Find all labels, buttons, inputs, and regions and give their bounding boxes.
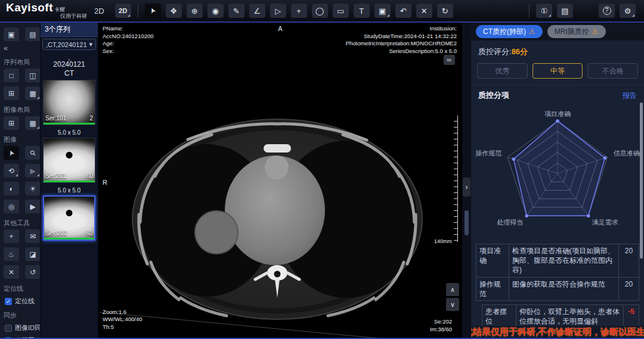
radar-chart-container: 项目准确信息准确满足需求处理得当操作规范 bbox=[471, 102, 644, 241]
qc-item-label: 项目准确 bbox=[476, 244, 509, 277]
pan-button[interactable]: ✥ bbox=[166, 4, 182, 18]
ellipse-roi-button[interactable]: ◯ bbox=[312, 4, 328, 18]
series-position-line: Se:202 bbox=[430, 318, 452, 326]
series-select[interactable]: ,CT,20240121 ▾ bbox=[42, 39, 96, 50]
text-annotation-button[interactable]: T bbox=[354, 4, 370, 18]
flip-rotate-icon: ⟲ bbox=[8, 167, 14, 175]
panel-scrollbar-thumb[interactable] bbox=[640, 102, 643, 259]
eraser-button[interactable]: ◪ bbox=[25, 247, 41, 261]
study-info-line: StudyDateTime:2024-01-21 14:32:22 bbox=[346, 33, 457, 41]
rect-roi-icon: ▭ bbox=[337, 7, 344, 15]
mri-brain-qc-tab[interactable]: MRI脑质控⚠ bbox=[547, 25, 606, 38]
comment-button[interactable]: ✉ bbox=[25, 229, 41, 243]
save-button[interactable]: ▤ bbox=[557, 4, 573, 18]
top-toolbar: Kayisoft 卡耀 仅用于科研 2D 2D➤✥⊕◉✎∠▷+◯▭T▣↶✕↻ ①… bbox=[0, 0, 644, 23]
qc-main-table: 项目准确检查项目是否准确(项目如脑部、胸部、腹部是否在标准的范围内容)20操作规… bbox=[476, 244, 639, 301]
layout-3x3-button[interactable]: ▦ bbox=[25, 86, 41, 100]
layout-1x1-button[interactable]: □ bbox=[4, 69, 19, 82]
scroll-down-button[interactable]: ∨ bbox=[446, 298, 459, 311]
link-button[interactable]: ∞ bbox=[444, 55, 455, 65]
collapse-control[interactable]: « bbox=[4, 43, 40, 52]
logo-text: Kayisoft bbox=[6, 1, 53, 14]
angle-button[interactable]: ∠ bbox=[249, 4, 265, 18]
thumbnail-list: Ser:10125.0 x 5.0Ser:201605.0 x 5.0Ser:2… bbox=[41, 80, 98, 241]
flip-rotate-button[interactable]: ⟲ bbox=[4, 164, 19, 178]
tool-grid: +✉♨◪✕↺ bbox=[4, 229, 40, 279]
undo-button[interactable]: ↶ bbox=[395, 4, 411, 18]
report-link[interactable]: 报告 bbox=[623, 91, 637, 101]
window-level-button[interactable]: ◉ bbox=[208, 4, 224, 18]
panel-report-toggle-button[interactable]: ▤ bbox=[25, 27, 41, 41]
rect-roi-button[interactable]: ▭ bbox=[333, 4, 349, 18]
img-layout-3x3-icon: ▦ bbox=[29, 119, 36, 127]
ct-image[interactable] bbox=[98, 23, 462, 338]
toolbar-separator bbox=[138, 4, 138, 17]
study-caption: , 20240121 CT bbox=[41, 56, 98, 78]
window-level-icon: ◉ bbox=[212, 7, 218, 15]
scale-ruler bbox=[454, 116, 458, 242]
cine-flag-button[interactable]: ▶ bbox=[25, 164, 41, 178]
locator-line-row[interactable]: ✓定位线 bbox=[5, 297, 40, 306]
viewport-scrollbar-thumb[interactable] bbox=[465, 210, 469, 235]
close-button[interactable]: ✕ bbox=[4, 265, 19, 279]
zoom-in-icon: ⊕ bbox=[191, 7, 198, 15]
reset-tool-button[interactable]: ↺ bbox=[25, 265, 41, 279]
series-position-line: Im:38/60 bbox=[430, 326, 452, 334]
spiral-button[interactable]: ◎ bbox=[4, 200, 19, 213]
delete-button[interactable]: ✕ bbox=[416, 4, 432, 18]
qc-item-desc: 检查项目是否准确(项目如脑部、胸部、腹部是否在标准的范围内容) bbox=[509, 244, 618, 277]
image-overlay-button[interactable]: ▣ bbox=[374, 4, 391, 18]
image-id-sync-row[interactable]: 图像ID同步 bbox=[5, 324, 40, 332]
reset-button[interactable]: ↻ bbox=[437, 4, 453, 18]
layout-1x1-icon: □ bbox=[9, 71, 13, 80]
pan-icon: ✥ bbox=[171, 7, 177, 15]
play-button[interactable]: ▶ bbox=[25, 200, 41, 213]
ct-lung-qc-tab[interactable]: CT质控(肺部)⚠ bbox=[476, 25, 543, 38]
reset-tool-icon: ↺ bbox=[30, 268, 36, 276]
delete-icon: ✕ bbox=[421, 7, 428, 15]
main-viewport[interactable]: PName:AccNO:2401210200Age:Sex: Institusi… bbox=[98, 23, 462, 338]
thumbnail-label: Ser:20260 bbox=[46, 230, 92, 237]
series-select-value: ,CT,20240121 bbox=[46, 41, 87, 48]
magnify-button[interactable]: ⚲ bbox=[25, 146, 41, 160]
cursor-button[interactable]: ➤ bbox=[4, 146, 19, 160]
add-button[interactable]: + bbox=[4, 229, 19, 243]
brightness-button[interactable]: ☀ bbox=[25, 182, 41, 195]
stamp-icon: ♨ bbox=[8, 250, 15, 259]
crosshair-button[interactable]: + bbox=[291, 4, 307, 18]
info-button[interactable]: ① bbox=[536, 4, 552, 18]
qc-item-desc: 仰卧位，双臂上举抱头，患者体位摆放合适，无明显偏斜 bbox=[516, 305, 623, 328]
img-layout-3x3-button[interactable]: ▦ bbox=[25, 116, 41, 130]
layout-1x2-button[interactable]: ◫ bbox=[25, 69, 41, 82]
series-thumbnail[interactable]: Ser:20160 bbox=[43, 138, 95, 183]
grade-button-unqualified[interactable]: 不合格 bbox=[587, 63, 638, 79]
radar-axis-label: 信息准确 bbox=[614, 150, 640, 157]
2d-view-button[interactable]: 2D bbox=[115, 4, 131, 18]
tool-grid: ⊞▦ bbox=[4, 116, 40, 130]
image-id-sync-checkbox[interactable] bbox=[5, 325, 12, 332]
probe-button[interactable]: ▷ bbox=[270, 4, 286, 18]
scroll-up-button[interactable]: ∧ bbox=[446, 283, 459, 296]
qc-item-desc: 图像的获取是否符合操作规范 bbox=[509, 278, 618, 300]
series-thumbnail[interactable]: Ser:20260 bbox=[43, 195, 95, 241]
img-layout-2x2-button[interactable]: ⊞ bbox=[4, 116, 19, 130]
layout-2x2-button[interactable]: ⊞ bbox=[4, 86, 19, 100]
series-thumbnail[interactable]: Ser:1012 bbox=[43, 80, 95, 125]
grade-button-medium[interactable]: 中等 bbox=[532, 63, 583, 79]
settings-button[interactable]: ⚙ bbox=[620, 4, 636, 18]
position-sync-checkbox[interactable]: ✓ bbox=[5, 337, 12, 338]
grade-button-excellent[interactable]: 优秀 bbox=[477, 63, 528, 79]
panel-expander[interactable]: › bbox=[463, 178, 470, 197]
study-info-line: SeriesDescription:5.0 x 5.0 bbox=[346, 48, 457, 55]
help-button[interactable]: ? bbox=[599, 4, 615, 18]
stamp-button[interactable]: ♨ bbox=[4, 247, 19, 261]
thumbnail-label: Ser:20160 bbox=[45, 173, 93, 179]
position-sync-row[interactable]: ✓位置同步 bbox=[5, 336, 40, 338]
image-id-sync-label: 图像ID同步 bbox=[15, 324, 41, 332]
locator-line-checkbox[interactable]: ✓ bbox=[5, 298, 12, 305]
panel-series-toggle-button[interactable]: ▣ bbox=[4, 27, 19, 41]
zoom-in-button[interactable]: ⊕ bbox=[187, 4, 203, 18]
ruler-button[interactable]: ✎ bbox=[228, 4, 244, 18]
invert-button[interactable]: ◐ bbox=[4, 182, 19, 195]
cursor-button[interactable]: ➤ bbox=[145, 4, 161, 18]
